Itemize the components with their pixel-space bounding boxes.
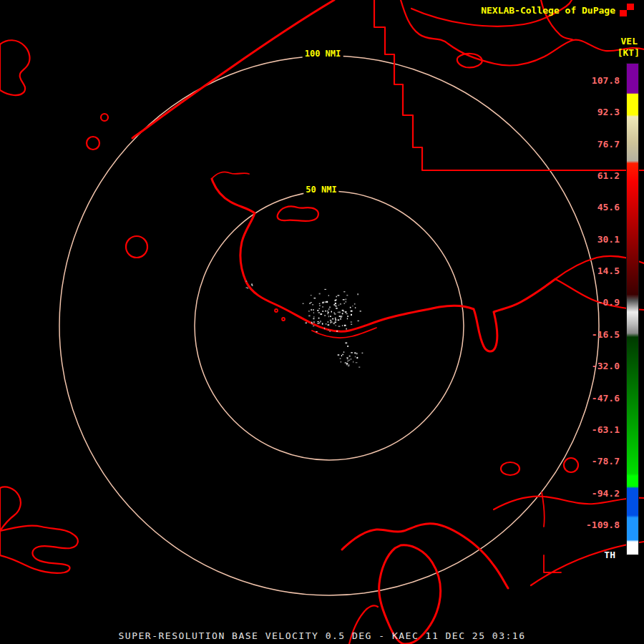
colorbar-tick: 61.2 [597, 170, 620, 182]
islet-1 [275, 309, 278, 312]
site-title: NEXLAB-College of DuPage [481, 5, 615, 16]
colorbar-tick: 76.7 [597, 139, 620, 150]
colorbar-tick: -94.2 [592, 488, 620, 499]
island-west-lower [0, 487, 21, 531]
colorbar-threshold-label: TH [604, 550, 615, 560]
coastline-south [342, 524, 508, 588]
colorbar-tick: -109.8 [586, 519, 620, 531]
colorbar-tick: -63.1 [592, 424, 620, 436]
coastline-main [212, 179, 555, 351]
island-center-squiggle [278, 206, 318, 221]
county-map-outlines [0, 0, 644, 644]
lake-circle-2 [126, 236, 147, 258]
range-ring-label-100nmi: 100 NMI [303, 49, 343, 59]
colorbar-unit-label: VEL [621, 36, 638, 47]
product-caption: SUPER-RESOLUTION BASE VELOCITY 0.5 DEG -… [119, 630, 526, 641]
colorbar-tick: -0.9 [597, 297, 620, 308]
coastline-northwest-arc [132, 0, 334, 138]
colorbar-tick: -47.6 [592, 393, 620, 404]
island-west-top [0, 40, 29, 95]
peninsula-southwest [0, 526, 78, 573]
island-south-large [379, 545, 441, 644]
range-ring-50nmi [195, 191, 464, 460]
lake-oval-southeast [501, 462, 519, 475]
colorbar-tick: -16.5 [592, 329, 620, 341]
colorbar-tick: 107.8 [592, 75, 620, 87]
lake-circle-1 [87, 137, 99, 150]
colorbar-unit-bracket: [KT] [618, 47, 640, 58]
colorbar-tick: -32.0 [592, 361, 620, 372]
lake-circle-southeast [564, 458, 578, 472]
range-ring-label-50nmi: 50 NMI [303, 185, 338, 195]
colorbar-tick: -78.7 [592, 456, 620, 467]
river-southeast [494, 497, 644, 509]
colorbar-tick: 45.6 [597, 202, 620, 213]
range-ring-100nmi [59, 56, 599, 595]
lake-circle-small [101, 114, 108, 121]
radar-map-canvas[interactable] [0, 0, 644, 644]
colorbar-tick: 14.5 [597, 265, 620, 277]
range-rings [59, 56, 599, 595]
velocity-echoes [246, 280, 364, 368]
colorbar-tick: 92.3 [597, 107, 620, 118]
islet-2 [282, 318, 285, 321]
colorbar-tick: 30.1 [597, 234, 620, 245]
cape-segments [212, 172, 249, 179]
velocity-colorbar [626, 63, 639, 555]
radar-display: NEXLAB-College of DuPage VEL [KT] 107.89… [0, 0, 644, 644]
cod-logo-icon [620, 4, 634, 16]
boundary-southeast-steps [542, 492, 561, 572]
lagoon-line [312, 328, 376, 338]
